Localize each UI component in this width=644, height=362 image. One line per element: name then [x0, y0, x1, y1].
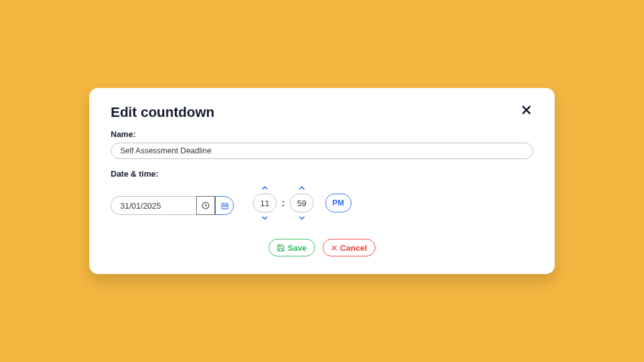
clock-icon	[201, 201, 210, 210]
chevron-down-icon	[260, 214, 269, 222]
close-icon	[521, 104, 532, 116]
minute-down-button[interactable]	[297, 212, 306, 224]
save-button[interactable]: Save	[269, 239, 314, 256]
hour-up-button[interactable]	[260, 182, 269, 194]
minute-spinner: 59	[290, 182, 314, 224]
hour-value[interactable]: 11	[253, 194, 277, 212]
chevron-down-icon	[297, 214, 306, 222]
cancel-button[interactable]: Cancel	[323, 239, 375, 256]
name-label: Name:	[111, 129, 533, 139]
dialog-header: Edit countdown	[111, 104, 533, 129]
minute-up-button[interactable]	[297, 182, 306, 194]
close-button[interactable]	[519, 103, 533, 117]
calendar-icon	[221, 202, 229, 210]
chevron-up-icon	[297, 184, 306, 192]
date-input[interactable]	[111, 196, 196, 215]
minute-value[interactable]: 59	[290, 194, 314, 212]
date-picker-button[interactable]	[215, 196, 234, 215]
hour-down-button[interactable]	[260, 212, 269, 224]
date-input-group	[111, 196, 234, 215]
svg-rect-8	[224, 206, 225, 207]
time-picker-button[interactable]	[196, 196, 215, 215]
datetime-label: Date & time:	[111, 169, 533, 178]
dialog-actions: Save Cancel	[111, 239, 533, 256]
datetime-row: 11 : 59	[111, 182, 533, 224]
chevron-up-icon	[260, 184, 269, 192]
edit-countdown-dialog: Edit countdown Name: Date & time:	[89, 88, 555, 274]
save-icon	[277, 244, 285, 252]
cancel-label: Cancel	[340, 243, 367, 253]
name-input[interactable]	[111, 143, 533, 159]
ampm-toggle[interactable]: PM	[325, 194, 352, 212]
hour-spinner: 11	[253, 182, 277, 224]
svg-rect-9	[226, 206, 227, 207]
save-label: Save	[287, 243, 306, 253]
close-icon	[331, 244, 338, 251]
dialog-title: Edit countdown	[111, 104, 214, 121]
time-separator: :	[282, 198, 285, 208]
time-picker: 11 : 59	[253, 182, 352, 224]
svg-rect-7	[223, 206, 224, 207]
